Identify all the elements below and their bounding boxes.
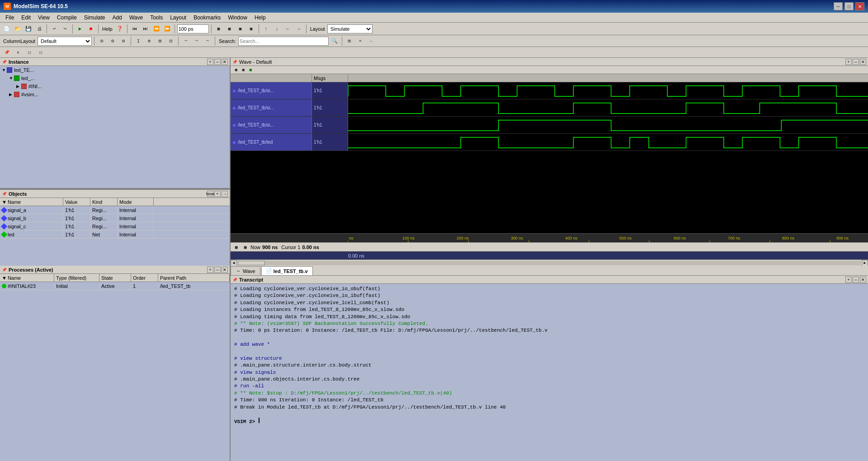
col-header-kind[interactable]: Kind <box>90 198 118 206</box>
tab-wave[interactable]: ~ Wave <box>231 266 260 275</box>
proc-col-name[interactable]: ▼ Name <box>0 274 54 282</box>
col-header-mode[interactable]: Mode <box>118 198 154 206</box>
sim-btn4[interactable]: ⏩ <box>162 24 172 34</box>
minimize-button[interactable]: ─ <box>834 2 843 10</box>
menu-edit[interactable]: Edit <box>18 14 34 22</box>
wave-btn2[interactable]: ◼ <box>225 24 235 34</box>
proc-col-order[interactable]: Order <box>131 274 158 282</box>
menu-window[interactable]: Window <box>224 14 251 22</box>
wave-btn-expand[interactable]: + <box>845 59 852 65</box>
new-btn[interactable]: 📄 <box>2 24 12 34</box>
zoom-fit-btn[interactable]: ⊞ <box>344 36 354 46</box>
arrow-btn3[interactable]: ← <box>283 24 293 34</box>
search-btn[interactable]: 🔍 <box>330 36 340 46</box>
wave-nav-btn1[interactable]: ◼ <box>232 244 240 251</box>
search-input[interactable] <box>238 37 329 46</box>
obj-btn-arrow[interactable]: → <box>222 191 228 197</box>
wave-tb-btn3[interactable]: ◼ <box>247 66 254 74</box>
scroll-right-arrow[interactable]: ▶ <box>862 260 868 266</box>
proc-btn1[interactable]: + <box>207 267 213 273</box>
tool-btn2[interactable]: ⚙ <box>108 36 118 46</box>
scroll-track[interactable] <box>238 261 861 265</box>
menu-bookmarks[interactable]: Bookmarks <box>190 14 224 22</box>
wave-btn-min[interactable]: ─ <box>853 59 859 65</box>
menu-add[interactable]: Add <box>109 14 126 22</box>
wave-btn-close[interactable]: ✕ <box>860 59 866 65</box>
wave-tool1[interactable]: ~ <box>181 36 191 46</box>
zoom-btn1[interactable]: ⊕ <box>144 36 154 46</box>
tb3-btn3[interactable]: ◻ <box>36 47 46 57</box>
proc-btn2[interactable]: ─ <box>214 267 221 273</box>
arrow-btn2[interactable]: ↓ <box>272 24 282 34</box>
save-btn[interactable]: 💾 <box>24 24 33 34</box>
close-button[interactable]: ✕ <box>855 2 864 10</box>
arrow-btn1[interactable]: ↑ <box>261 24 271 34</box>
zoom-btn2[interactable]: ⊞ <box>155 36 165 46</box>
scroll-thumb[interactable] <box>238 261 265 265</box>
col-header-name[interactable]: ▼ Name <box>0 198 63 206</box>
sim-btn2[interactable]: ⏭ <box>141 24 151 34</box>
help-btn[interactable]: ❓ <box>115 24 125 34</box>
proc-col-parent[interactable]: Parent Path <box>158 274 230 282</box>
inst-btn1[interactable]: + <box>207 59 213 65</box>
menu-help[interactable]: Help <box>251 14 269 22</box>
wave-tb-btn2[interactable]: ◼ <box>240 66 247 74</box>
obj-btn-plus[interactable]: + <box>214 191 221 197</box>
run-btn[interactable]: ▶ <box>75 24 85 34</box>
inst-btn3[interactable]: ✕ <box>222 59 228 65</box>
wave-signal-wave-0[interactable] <box>348 82 868 99</box>
proc-col-type[interactable]: Type (filtered) <box>54 274 99 282</box>
tree-item-led-te[interactable]: ▼ led_TE... <box>0 66 230 74</box>
menu-compile[interactable]: Compile <box>53 14 80 22</box>
obj-row-signal-c[interactable]: signal_c 1'h1 Regi... Internal <box>0 222 230 230</box>
wave-hscroll[interactable]: ◀ ▶ <box>231 259 868 266</box>
stop-btn[interactable]: ■ <box>86 24 96 34</box>
open-btn[interactable]: 📂 <box>13 24 23 34</box>
scroll-left-arrow[interactable]: ◀ <box>231 260 237 266</box>
close-left-btn[interactable]: ✕ <box>13 47 23 57</box>
wave-tool3[interactable]: ~ <box>203 36 212 46</box>
wave-signal-wave-1[interactable] <box>348 99 868 116</box>
tab-led-test[interactable]: 📄 led_TEST_tb.v <box>261 266 313 275</box>
tool-btn1[interactable]: ⚙ <box>97 36 107 46</box>
wave-btn3[interactable]: ◼ <box>236 24 245 34</box>
menu-layout[interactable]: Layout <box>166 14 190 22</box>
proc-btn3[interactable]: ✕ <box>222 267 228 273</box>
menu-view[interactable]: View <box>34 14 53 22</box>
obj-row-led[interactable]: led 1'h1 Net Internal <box>0 230 230 239</box>
print-btn[interactable]: 🖨 <box>34 24 44 34</box>
obj-row-signal-a[interactable]: signal_a 1'h1 Regi... Internal <box>0 206 230 214</box>
tree-item-led[interactable]: ▼ led_... <box>0 74 230 82</box>
redo-btn[interactable]: ↪ <box>60 24 70 34</box>
col-layout-select[interactable]: Default <box>38 37 92 46</box>
sim-btn3[interactable]: ⏪ <box>151 24 161 34</box>
tool-btn3[interactable]: ⚙ <box>118 36 128 46</box>
tree-item-ini[interactable]: ▶ #INI... <box>0 82 230 90</box>
wave-btn4[interactable]: ◼ <box>246 24 256 34</box>
transcript-btn3[interactable]: ✕ <box>860 277 866 283</box>
maximize-button[interactable]: □ <box>844 2 854 10</box>
transcript-btn1[interactable]: + <box>845 277 852 283</box>
obj-row-signal-b[interactable]: signal_b 1'h1 Regi... Internal <box>0 214 230 222</box>
pin-btn[interactable]: 📌 <box>2 47 12 57</box>
inst-btn2[interactable]: ─ <box>214 59 221 65</box>
zoom-out-btn[interactable]: - <box>366 36 376 46</box>
tb3-btn2[interactable]: ◻ <box>24 47 34 57</box>
proc-col-state[interactable]: State <box>99 274 131 282</box>
wave-signal-wave-2[interactable] <box>348 117 868 133</box>
menu-wave[interactable]: Wave <box>126 14 146 22</box>
wave-nav-btn2[interactable]: ◼ <box>241 244 249 251</box>
cursor-btn[interactable]: I <box>133 36 143 46</box>
layout-select[interactable]: Simulate <box>327 24 373 33</box>
undo-btn[interactable]: ↩ <box>49 24 59 34</box>
zoom-in-btn[interactable]: + <box>355 36 365 46</box>
wave-signal-wave-3[interactable] <box>348 134 868 151</box>
wave-btn1[interactable]: ◼ <box>214 24 224 34</box>
wave-tb-btn1[interactable]: ◼ <box>232 66 240 74</box>
zoom-btn3[interactable]: ⊟ <box>166 36 176 46</box>
proc-row-0[interactable]: #INITIAL#23 Initial Active 1 /led_TEST_t… <box>0 282 230 290</box>
transcript-btn2[interactable]: ─ <box>853 277 859 283</box>
menu-tools[interactable]: Tools <box>146 14 166 22</box>
arrow-btn4[interactable]: → <box>294 24 304 34</box>
menu-simulate[interactable]: Simulate <box>80 14 109 22</box>
